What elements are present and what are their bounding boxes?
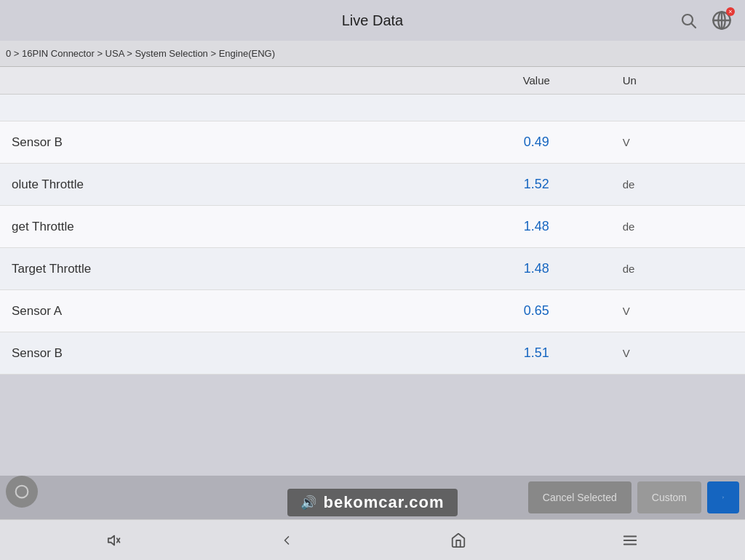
data-table: Value Un Sensor B0.49Volute Throttle1.52…: [0, 67, 745, 375]
col-unit-header: Un: [611, 67, 745, 95]
table-row: olute Throttle1.52de: [0, 164, 745, 206]
table-row: get Throttle1.48de: [0, 206, 745, 248]
back-button[interactable]: [269, 526, 304, 555]
row-name-cell: Sensor B: [0, 121, 462, 164]
custom-button[interactable]: Custom: [637, 481, 701, 513]
row-name-cell: [0, 95, 462, 121]
breadcrumb-text: 0 > 16PIN Connector > USA > System Selec…: [6, 48, 275, 59]
table-row: Sensor B0.49V: [0, 121, 745, 164]
row-value-cell: 0.65: [462, 290, 611, 332]
left-circle-button[interactable]: [6, 476, 38, 508]
title-bar-icons: [677, 9, 733, 32]
row-value-cell: 1.52: [462, 164, 611, 206]
primary-action-button[interactable]: [707, 481, 739, 513]
row-unit-cell: V: [611, 332, 745, 375]
row-name-cell: Target Throttle: [0, 248, 462, 290]
row-unit-cell: de: [611, 206, 745, 248]
volume-button[interactable]: [97, 526, 132, 555]
row-name-cell: get Throttle: [0, 206, 462, 248]
row-name-cell: olute Throttle: [0, 164, 462, 206]
row-unit-cell: [611, 95, 745, 121]
table-row: Sensor A0.65V: [0, 290, 745, 332]
svg-marker-7: [108, 535, 114, 545]
col-value-header: Value: [462, 67, 611, 95]
table-row: [0, 95, 745, 121]
action-bar: Cancel Selected Custom: [0, 476, 745, 519]
table-header-row: Value Un: [0, 67, 745, 95]
row-unit-cell: de: [611, 248, 745, 290]
row-name-cell: Sensor A: [0, 290, 462, 332]
search-button[interactable]: [677, 9, 700, 32]
svg-point-6: [16, 486, 28, 498]
table-row: Sensor B1.51V: [0, 332, 745, 375]
row-name-cell: Sensor B: [0, 332, 462, 375]
main-content: Value Un Sensor B0.49Volute Throttle1.52…: [0, 67, 745, 476]
cancel-selected-button[interactable]: Cancel Selected: [528, 481, 632, 513]
row-value-cell: 1.51: [462, 332, 611, 375]
row-unit-cell: V: [611, 121, 745, 164]
nav-bar: [0, 519, 745, 560]
home-button[interactable]: [441, 526, 476, 555]
row-unit-cell: de: [611, 164, 745, 206]
page-title: Live Data: [342, 12, 404, 29]
col-name-header: [0, 67, 462, 95]
row-unit-cell: V: [611, 290, 745, 332]
menu-button[interactable]: [613, 526, 648, 555]
language-badge: [726, 7, 735, 16]
breadcrumb: 0 > 16PIN Connector > USA > System Selec…: [0, 41, 745, 67]
svg-line-1: [692, 24, 696, 28]
row-value-cell: 0.49: [462, 121, 611, 164]
row-value-cell: 1.48: [462, 206, 611, 248]
language-button[interactable]: [710, 9, 733, 32]
table-row: Target Throttle1.48de: [0, 248, 745, 290]
row-value-cell: 1.48: [462, 248, 611, 290]
row-value-cell: [462, 95, 611, 121]
title-bar: Live Data: [0, 0, 745, 41]
